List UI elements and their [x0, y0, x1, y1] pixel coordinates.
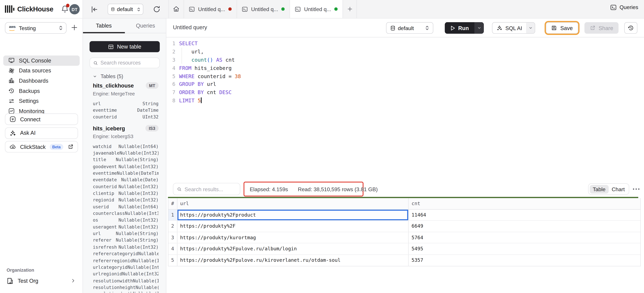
ask-ai-button[interactable]: Ask AI [5, 127, 78, 139]
result-row[interactable]: 2 https://produkty%2F 6649 [168, 221, 640, 232]
column-name: counterid [93, 184, 117, 189]
cnt-cell[interactable]: 5495 [409, 243, 640, 254]
tab-queries[interactable]: Queries [124, 19, 166, 33]
search-results-input[interactable] [184, 186, 236, 192]
sql-ai-options-button[interactable] [526, 23, 535, 34]
query-tab[interactable]: Untitled q... [184, 0, 237, 18]
editor-line[interactable]: 8 LIMIT 5 [166, 96, 644, 105]
results-more-button[interactable] [632, 185, 641, 193]
editor-line[interactable]: 6 GROUP BY url [166, 80, 644, 88]
table-header[interactable]: hits_clickhouse MT [93, 82, 158, 89]
query-tab[interactable]: Untitled q... [237, 0, 290, 18]
result-row[interactable]: 3 https://produkty/kurortmag 5764 [168, 232, 640, 243]
query-database-selector[interactable]: default [386, 22, 433, 34]
run-button-main[interactable]: Run [445, 22, 474, 34]
refresh-icon [153, 5, 160, 13]
search-resources-input[interactable] [100, 60, 156, 66]
cnt-cell[interactable]: 5357 [409, 255, 640, 266]
new-tab-strip [343, 0, 357, 18]
table-name: hits_iceberg [93, 125, 125, 131]
url-cell[interactable]: https://produkty%2Fpulove.ru/album/login [177, 243, 409, 254]
notifications-button[interactable] [61, 5, 69, 13]
query-title[interactable]: Untitled query [173, 24, 207, 31]
organization-selector[interactable]: Test Org [3, 275, 80, 286]
new-tab-button[interactable] [343, 0, 357, 18]
column-row: resolutionwidth Nullable(Int [93, 277, 158, 284]
add-workspace-button[interactable] [71, 24, 78, 31]
view-chart-toggle[interactable]: Chart [609, 185, 628, 193]
column-name: referercategoryid [93, 251, 138, 256]
sidebar-item-dashboards[interactable]: Dashboards [3, 76, 80, 86]
bar-chart-icon [8, 78, 15, 84]
top-bar-main: default Untitled q... [83, 0, 644, 18]
engine-badge: MT [146, 82, 158, 89]
editor-line[interactable]: 1 SELECT [166, 40, 644, 48]
editor-line[interactable]: 3 count() AS cnt [166, 56, 644, 64]
result-row[interactable]: 4 https://produkty%2Fpulove.ru/album/log… [168, 243, 640, 254]
cnt-cell[interactable]: 11464 [409, 209, 640, 220]
sidebar-item-settings[interactable]: Settings [3, 96, 80, 106]
chevron-down-icon [477, 26, 481, 30]
column-name: userid [93, 204, 109, 209]
result-row[interactable]: 5 https://produkty%2Fpulove.ru/kiroverla… [168, 255, 640, 266]
run-button[interactable]: Run [445, 22, 484, 34]
editor-line[interactable]: 5 WHERE counterid = 38 [166, 72, 644, 80]
query-history-button[interactable] [624, 22, 638, 34]
search-results[interactable] [173, 183, 240, 195]
editor-line[interactable]: 2 url, [166, 48, 644, 56]
query-tab-label: Untitled q... [304, 6, 331, 12]
tab-tables[interactable]: Tables [83, 19, 124, 33]
column-row: counterclass Nullable(Int32) [93, 210, 158, 217]
line-number: 6 [166, 81, 179, 87]
url-cell[interactable]: https://produkty%2F [177, 221, 409, 232]
run-options-button[interactable] [474, 22, 484, 34]
brand-name: ClickHouse [17, 5, 54, 13]
sidebar-item-sql-console[interactable]: SQL Console [3, 56, 80, 66]
queries-button[interactable]: Queries [610, 4, 638, 10]
sql-ai-label: SQL AI [505, 25, 522, 31]
header-row-number[interactable]: # [168, 198, 177, 209]
search-resources[interactable] [90, 58, 160, 68]
sql-ai-main[interactable]: SQL AI [492, 25, 526, 31]
row-number: 3 [168, 232, 177, 243]
editor-line[interactable]: 4 FROM hits_iceberg [166, 64, 644, 72]
url-cell[interactable]: https://produkty%2Fproduct [177, 209, 409, 220]
new-table-button[interactable]: New table [90, 41, 160, 52]
cnt-cell[interactable]: 6649 [409, 221, 640, 232]
query-tab[interactable]: Untitled q... [290, 0, 343, 18]
sidebar-item-data-sources[interactable]: Data sources [3, 66, 80, 76]
connect-button[interactable]: Connect [5, 113, 78, 125]
sql-ai-button[interactable]: SQL AI [492, 22, 535, 34]
editor-line[interactable]: 7 ORDER BY cnt DESC [166, 88, 644, 96]
header-cnt[interactable]: cnt [409, 198, 640, 209]
clickhouse-logo[interactable]: ClickHouse [5, 5, 53, 13]
column-row: urlcategoryid Nullable(Int32 [93, 264, 158, 271]
refresh-button[interactable] [153, 5, 160, 13]
share-button[interactable]: Share [584, 22, 618, 34]
header-url[interactable]: url [177, 198, 409, 209]
table-header[interactable]: hits_iceberg IS3 [93, 125, 158, 132]
header-database-selector[interactable]: default [108, 4, 143, 15]
url-cell[interactable]: https://produkty/kurortmag [177, 232, 409, 243]
updown-chevron-icon [425, 26, 429, 31]
line-number: 1 [166, 41, 179, 47]
home-tab-button[interactable] [169, 0, 184, 18]
column-type: Nullable(Int64) [118, 204, 159, 209]
avatar[interactable]: DT [69, 4, 80, 14]
cnt-cell[interactable]: 5764 [409, 232, 640, 243]
sql-editor[interactable]: 1 SELECT 2 url, 3 count() AS cnt 4 FROM … [166, 40, 644, 105]
share-label: Share [599, 25, 613, 31]
read-stat: Read: 38,510,595 rows (3.81 GB) [298, 186, 378, 192]
result-row[interactable]: 1 https://produkty%2Fproduct 11464 [168, 209, 640, 221]
view-table-toggle[interactable]: Table [590, 185, 609, 193]
column-name: clientip [93, 191, 114, 196]
workspace-selector[interactable]: aws Testing [5, 22, 66, 34]
column-row: javaenable Nullable(Int32) [93, 150, 158, 156]
collapse-sidebar-button[interactable] [90, 5, 98, 14]
clickstack-button[interactable]: ClickStack Beta [5, 141, 78, 152]
url-cell[interactable]: https://produkty%2Fpulove.ru/kiroverlane… [177, 255, 409, 266]
tables-group-header[interactable]: Tables (5) [93, 74, 123, 79]
save-button[interactable]: Save [546, 22, 578, 34]
query-tabs: Untitled q... Untitled q... Untitled q..… [184, 0, 343, 18]
sidebar-item-backups[interactable]: Backups [3, 86, 80, 96]
